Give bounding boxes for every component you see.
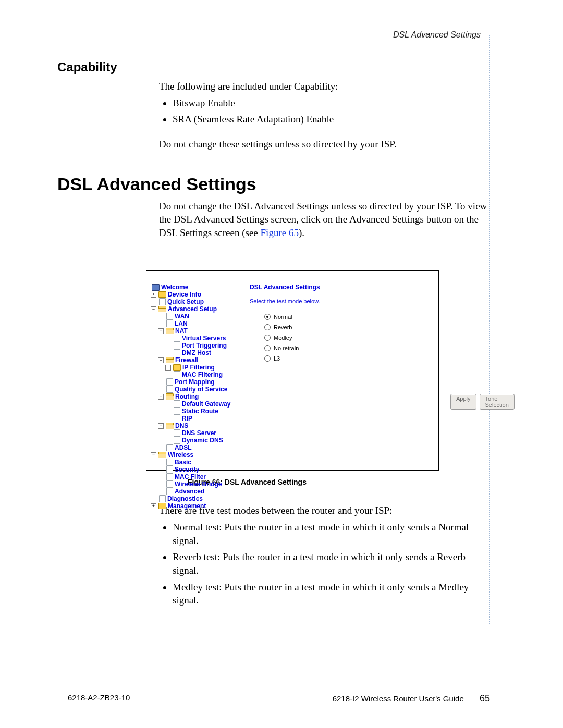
radio-reverb[interactable]: Reverb [264,324,320,330]
tree-node-label: Port Triggering [182,342,227,349]
heading-capability: Capability [57,60,506,75]
radio-label: Medley [274,335,292,341]
collapse-icon[interactable]: − [158,394,164,400]
page-icon [166,488,173,495]
expand-icon[interactable]: + [165,365,171,371]
tree-node[interactable]: Dynamic DNS [151,437,230,444]
radio-normal[interactable]: Normal [264,314,320,320]
radio-icon [264,314,271,320]
tree-node[interactable]: Security [151,466,230,473]
tree-node-label: Quick Setup [167,298,204,305]
page-icon [166,378,173,386]
tree-node-label: Dynamic DNS [182,437,223,444]
radio-l3[interactable]: L3 [264,355,320,362]
tree-node[interactable]: Quick Setup [151,298,230,305]
tree-node-label: LAN [175,320,188,327]
collapse-icon[interactable]: − [151,452,156,458]
page-number: 65 [480,693,490,704]
page-icon [174,400,180,408]
folder-open-icon [158,452,166,458]
tree-node[interactable]: WAN [151,313,230,320]
folder-open-icon [158,306,166,312]
tree-node[interactable]: −NAT [151,327,230,335]
tree-node[interactable]: MAC Filtering [151,371,230,378]
page-icon [166,313,173,320]
folder-closed-icon [158,503,166,509]
tree-node[interactable]: MAC Filter [151,473,230,480]
folder-closed-icon [173,364,181,371]
page-icon [166,386,173,393]
tree-node[interactable]: +Management [151,502,230,510]
apply-button[interactable]: Apply [450,394,476,410]
tone-selection-button[interactable]: Tone Selection [480,394,515,410]
tree-node[interactable]: ADSL [151,444,230,451]
page-icon [174,429,180,437]
page-icon [166,473,173,480]
monitor-icon [152,284,160,291]
tree-node-label: Static Route [182,408,218,415]
page-icon [174,437,180,444]
tree-node-label: DNS [175,422,188,429]
collapse-icon[interactable]: − [158,423,164,429]
page-icon [174,408,180,415]
tree-node[interactable]: Welcome [151,283,230,291]
tree-node-label: DMZ Host [182,349,211,356]
tree-node[interactable]: −Firewall [151,356,230,364]
tree-node-label: IP Filtering [182,364,215,371]
tree-node[interactable]: −Routing [151,393,230,400]
radio-icon [264,355,271,362]
radio-medley[interactable]: Medley [264,335,320,341]
page-icon [174,342,180,349]
tree-node[interactable]: RIP [151,415,230,422]
tree-node[interactable]: Diagnostics [151,495,230,502]
page-footer: 6218-A2-ZB23-10 6218-I2 Wireless Router … [68,693,490,704]
expand-icon[interactable]: + [151,503,156,509]
tree-node-label: Firewall [175,356,199,364]
tree-node[interactable]: Advanced [151,488,230,495]
running-header: DSL Advanced Settings [393,30,481,40]
collapse-icon[interactable]: − [151,306,156,312]
tree-node-label: Welcome [161,283,188,291]
tree-node[interactable]: −Advanced Setup [151,305,230,313]
tree-node[interactable]: −DNS [151,422,230,429]
panel-instruction: Select the test mode below. [250,298,320,304]
page-icon [174,371,180,378]
radio-label: Reverb [274,324,292,330]
tree-node[interactable]: Static Route [151,408,230,415]
dsl-para-end: ). [299,227,304,238]
folder-closed-icon [158,291,166,298]
page-icon [159,495,166,502]
collapse-icon[interactable]: − [158,328,164,334]
tree-node[interactable]: Wireless Bridge [151,480,230,488]
tree-node[interactable]: −Wireless [151,451,230,459]
figure-65-link[interactable]: Figure 65 [261,227,299,238]
page-icon [174,349,180,356]
tree-node[interactable]: LAN [151,320,230,327]
tree-node-label: Default Gateway [182,400,230,408]
page-icon [166,320,173,327]
tree-node-label: Port Mapping [175,378,215,386]
tree-node-label: Basic [175,459,191,466]
tree-node[interactable]: +IP Filtering [151,364,230,371]
expand-icon[interactable]: + [151,292,156,298]
collapse-icon[interactable]: − [158,357,164,363]
tree-node[interactable]: Default Gateway [151,400,230,408]
tree-node[interactable]: Port Triggering [151,342,230,349]
test-mode-bullet: Normal test: Puts the router in a test m… [173,521,490,547]
tree-node[interactable]: Port Mapping [151,378,230,386]
capability-bullet: SRA (Seamless Rate Adaptation) Enable [173,113,490,126]
radio-no-retrain[interactable]: No retrain [264,345,320,351]
tree-node[interactable]: DMZ Host [151,349,230,356]
test-mode-bullet: Reverb test: Puts the router in a test m… [173,550,490,577]
tree-node[interactable]: DNS Server [151,429,230,437]
page-icon [166,459,173,466]
tree-node[interactable]: Virtual Servers [151,335,230,342]
tree-node-label: Wireless [168,451,193,459]
tree-node-label: RIP [182,415,192,422]
tree-node[interactable]: +Device Info [151,291,230,298]
tree-node[interactable]: Basic [151,459,230,466]
tree-node[interactable]: Quality of Service [151,386,230,393]
page-icon [166,444,173,451]
tree-node-label: WAN [175,313,189,320]
folder-open-icon [166,357,174,363]
